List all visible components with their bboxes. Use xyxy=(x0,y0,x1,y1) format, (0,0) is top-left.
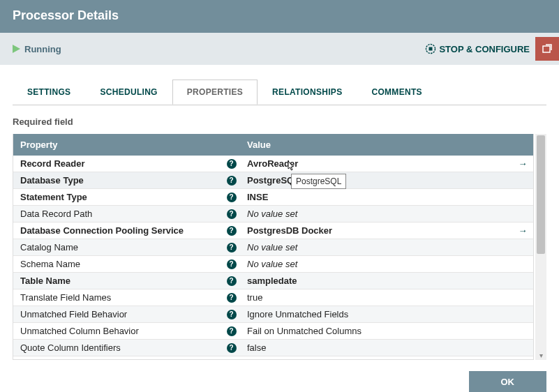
tab-settings-label: SETTINGS xyxy=(27,87,70,97)
scroll-thumb[interactable] xyxy=(537,135,545,254)
property-name: Catalog Name xyxy=(13,242,223,252)
properties-grid: Property Value Record Reader?AvroReader→… xyxy=(13,134,534,360)
property-value[interactable]: No value set xyxy=(240,209,512,219)
vertical-scrollbar[interactable]: ▾ xyxy=(535,134,546,360)
grid-rows: Record Reader?AvroReader→Database Type?P… xyxy=(13,156,533,359)
column-header-value: Value xyxy=(240,134,533,156)
property-row[interactable]: Quote Column Identifiers?false xyxy=(13,340,533,356)
property-row[interactable]: Catalog Name?No value set xyxy=(13,239,533,256)
help-icon-cell: ? xyxy=(223,343,240,353)
property-value[interactable]: Ignore Unmatched Fields xyxy=(240,309,512,319)
property-name: Schema Name xyxy=(13,259,223,269)
property-row[interactable]: Database Connection Pooling Service?Post… xyxy=(13,223,533,239)
property-name: Statement Type xyxy=(13,192,223,202)
grid-header: Property Value xyxy=(13,134,533,156)
help-icon-cell: ? xyxy=(223,243,240,252)
property-name: Unmatched Field Behavior xyxy=(13,309,223,319)
property-value[interactable]: No value set xyxy=(240,259,512,269)
help-icon[interactable]: ? xyxy=(227,326,237,336)
go-to-service-arrow[interactable]: → xyxy=(512,158,533,169)
tab-relationships[interactable]: RELATIONSHIPS xyxy=(258,80,357,105)
gear-stop-icon xyxy=(425,43,436,54)
help-icon-cell: ? xyxy=(223,276,240,286)
svg-rect-2 xyxy=(429,47,433,51)
property-row[interactable]: Data Record Path?No value set xyxy=(13,206,533,223)
tab-comments[interactable]: COMMENTS xyxy=(357,80,436,105)
property-name: Data Record Path xyxy=(13,209,223,219)
help-icon-cell: ? xyxy=(223,176,240,186)
help-icon-cell: ? xyxy=(223,159,240,169)
tab-scheduling[interactable]: SCHEDULING xyxy=(85,80,172,105)
help-icon-cell: ? xyxy=(223,293,240,303)
scroll-down-arrow[interactable]: ▾ xyxy=(535,350,546,360)
property-name: Unmatched Column Behavior xyxy=(13,326,223,336)
help-icon-cell: ? xyxy=(223,259,240,269)
external-window-button[interactable] xyxy=(535,37,559,61)
tab-underline xyxy=(13,105,546,105)
help-icon[interactable]: ? xyxy=(227,193,237,202)
property-name: Quote Column Identifiers xyxy=(13,342,223,353)
help-icon[interactable]: ? xyxy=(227,259,237,269)
help-icon[interactable]: ? xyxy=(227,243,237,252)
help-icon-cell: ? xyxy=(223,326,240,336)
property-row[interactable]: Unmatched Column Behavior?Fail on Unmatc… xyxy=(13,323,533,340)
tab-settings[interactable]: SETTINGS xyxy=(13,80,85,105)
help-icon[interactable]: ? xyxy=(227,209,237,219)
property-name: Database Connection Pooling Service xyxy=(13,225,223,236)
property-row[interactable]: Statement Type?INSE xyxy=(13,189,533,206)
processor-details-dialog: Processor Details Running STOP & CONFIGU… xyxy=(0,0,559,392)
help-icon-cell: ? xyxy=(223,310,240,319)
dialog-title: Processor Details xyxy=(13,8,119,22)
property-row[interactable]: Table Name?sampledate xyxy=(13,273,533,289)
help-icon[interactable]: ? xyxy=(227,176,237,186)
required-field-label: Required field xyxy=(13,116,559,127)
column-header-property: Property xyxy=(13,134,240,156)
properties-grid-wrap: Property Value Record Reader?AvroReader→… xyxy=(13,134,546,360)
property-value[interactable]: No value set xyxy=(240,242,512,252)
property-value[interactable]: sampledate xyxy=(240,276,512,286)
dialog-footer: OK xyxy=(0,360,559,392)
property-value[interactable]: true xyxy=(240,292,512,303)
property-row[interactable]: Unmatched Field Behavior?Ignore Unmatche… xyxy=(13,306,533,323)
play-icon xyxy=(13,45,20,53)
external-icon xyxy=(542,43,553,54)
help-icon[interactable]: ? xyxy=(227,276,237,286)
property-name: Translate Field Names xyxy=(13,292,223,303)
help-icon[interactable]: ? xyxy=(227,310,237,319)
property-value[interactable]: AvroReader xyxy=(240,158,512,169)
property-name: Database Type xyxy=(13,175,223,186)
help-icon[interactable]: ? xyxy=(227,293,237,303)
tab-relationships-label: RELATIONSHIPS xyxy=(272,87,342,97)
run-status-text: Running xyxy=(24,44,61,54)
status-actions: STOP & CONFIGURE xyxy=(425,37,559,61)
stop-and-configure-button[interactable]: STOP & CONFIGURE xyxy=(425,43,530,54)
tab-scheduling-label: SCHEDULING xyxy=(100,87,157,97)
property-row[interactable]: Database Type?PostgreSQL xyxy=(13,172,533,189)
ok-button-label: OK xyxy=(501,377,515,387)
status-bar: Running STOP & CONFIGURE xyxy=(0,33,559,65)
svg-rect-3 xyxy=(543,46,550,52)
property-value[interactable]: PostgresDB Docker xyxy=(240,225,512,236)
help-icon[interactable]: ? xyxy=(227,343,237,353)
property-value[interactable]: PostgreSQL xyxy=(240,175,512,186)
property-row[interactable]: Schema Name?No value set xyxy=(13,256,533,273)
help-icon-cell: ? xyxy=(223,226,240,236)
property-value[interactable]: INSE xyxy=(240,192,512,202)
tab-properties[interactable]: PROPERTIES xyxy=(172,80,258,105)
help-icon[interactable]: ? xyxy=(227,159,237,169)
go-to-service-arrow[interactable]: → xyxy=(512,225,533,236)
ok-button[interactable]: OK xyxy=(469,371,547,392)
property-name: Record Reader xyxy=(13,158,223,169)
run-status: Running xyxy=(13,44,61,54)
property-value[interactable]: false xyxy=(240,342,512,353)
help-icon-cell: ? xyxy=(223,193,240,202)
tab-comments-label: COMMENTS xyxy=(371,87,422,97)
property-row[interactable]: Record Reader?AvroReader→ xyxy=(13,156,533,172)
tab-bar: SETTINGS SCHEDULING PROPERTIES RELATIONS… xyxy=(13,79,559,105)
help-icon[interactable]: ? xyxy=(227,226,237,236)
svg-marker-0 xyxy=(13,45,20,53)
stop-configure-label: STOP & CONFIGURE xyxy=(439,44,530,54)
property-value[interactable]: Fail on Unmatched Columns xyxy=(240,326,512,336)
help-icon-cell: ? xyxy=(223,209,240,219)
property-row[interactable]: Translate Field Names?true xyxy=(13,289,533,306)
